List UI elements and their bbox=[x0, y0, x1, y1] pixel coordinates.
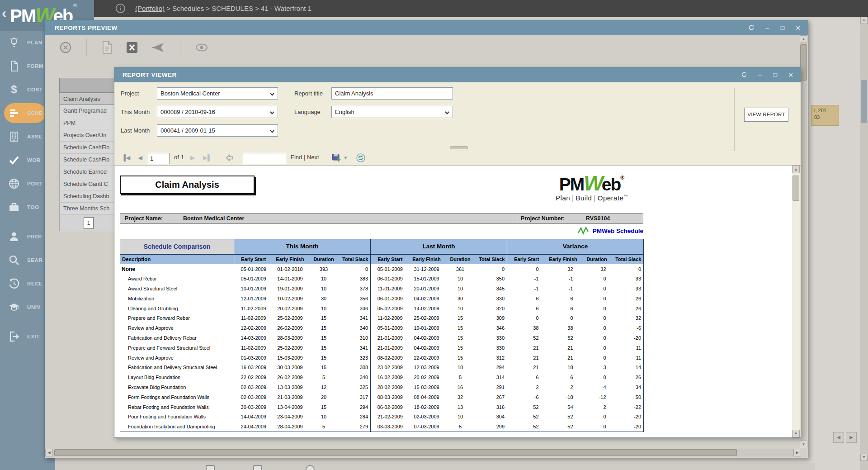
sidebar-item-label: PORT bbox=[27, 181, 42, 186]
send-icon[interactable] bbox=[151, 42, 165, 53]
first-page-icon[interactable]: ▐◀ bbox=[122, 154, 130, 161]
table-cell: 05-01-2009 bbox=[234, 274, 273, 284]
scroll-down-icon[interactable]: ▼ bbox=[800, 441, 807, 448]
eye-icon[interactable] bbox=[195, 43, 208, 52]
sidebar-item-label: EXIT bbox=[27, 334, 40, 339]
table-cell: 14 bbox=[613, 362, 644, 372]
graduation-cap-icon bbox=[8, 301, 20, 313]
minimize-icon[interactable]: – bbox=[764, 24, 771, 32]
table-cell: 0 bbox=[580, 372, 613, 382]
view-report-button[interactable]: VIEW REPORT bbox=[744, 108, 788, 122]
toolbar-divider bbox=[86, 38, 87, 57]
report-list-item[interactable]: Claim Analysis bbox=[59, 93, 114, 105]
export-icon[interactable] bbox=[331, 153, 342, 165]
scrollbar-thumb[interactable] bbox=[54, 449, 737, 456]
report-list-item[interactable]: Schedule CashFlo bbox=[59, 142, 114, 154]
scroll-left-icon[interactable]: ◀ bbox=[45, 449, 53, 456]
report-list-item[interactable]: Three Months Sch bbox=[59, 203, 114, 215]
table-cell: 11-02-2009 bbox=[234, 313, 273, 323]
scroll-right-icon[interactable]: ▶ bbox=[793, 449, 801, 456]
report-list-item[interactable]: PPM bbox=[59, 117, 114, 129]
report-list-pagination: 1 bbox=[59, 215, 114, 231]
grid-prev-icon[interactable]: ◀ bbox=[833, 432, 844, 443]
back-to-parent-icon[interactable] bbox=[226, 154, 234, 163]
last-page-icon[interactable]: ▶▌ bbox=[203, 154, 212, 161]
table-cell: 15 bbox=[444, 313, 477, 323]
scrollbar-thumb[interactable] bbox=[861, 80, 867, 123]
close-icon[interactable]: ✕ bbox=[794, 24, 802, 32]
maximize-icon[interactable]: ❐ bbox=[772, 71, 779, 79]
schedule-bars-icon bbox=[8, 107, 20, 119]
minimize-icon[interactable]: – bbox=[756, 71, 764, 79]
table-cell: 20-02-2009 bbox=[273, 304, 307, 313]
table-cell: 15-01-2009 bbox=[410, 274, 444, 284]
next-page-icon[interactable]: ▶ bbox=[190, 154, 195, 161]
scrollbar-thumb[interactable] bbox=[793, 176, 799, 201]
pmweb-schedule-link[interactable]: PMWeb Schedule bbox=[115, 227, 643, 235]
close-icon[interactable]: ✕ bbox=[787, 71, 794, 79]
breadcrumb-portfolio-link[interactable]: (Portfolio) bbox=[135, 5, 165, 12]
maximize-icon[interactable]: ❐ bbox=[779, 24, 786, 32]
previous-page-icon[interactable]: ◀ bbox=[138, 154, 142, 161]
table-cell: 15 bbox=[307, 402, 340, 412]
table-cell: 21 bbox=[507, 362, 546, 372]
refresh-report-icon[interactable] bbox=[356, 153, 366, 164]
schedule-comparison-table: Schedule ComparisonThis MonthLast MonthV… bbox=[120, 239, 644, 432]
refresh-icon[interactable] bbox=[741, 71, 748, 79]
report-list-item[interactable]: Projects Over/Un bbox=[59, 129, 114, 142]
report-title-input[interactable]: Claim Analysis bbox=[331, 87, 453, 100]
scroll-up-icon[interactable]: ▲ bbox=[800, 35, 807, 43]
export-dropdown-icon[interactable]: ▾ bbox=[344, 154, 347, 161]
table-cell: 30-03-2009 bbox=[273, 362, 307, 372]
report-viewer-titlebar[interactable]: REPORT VIEWER – ❐ ✕ bbox=[114, 67, 801, 82]
scroll-up-icon[interactable]: ▲ bbox=[860, 17, 868, 24]
table-cell: 06-02-2009 bbox=[371, 402, 410, 412]
table-cell: -3 bbox=[580, 362, 613, 372]
report-list-item[interactable]: Schedule CashFlo bbox=[59, 154, 114, 166]
page-vertical-scrollbar[interactable]: ▲ ▼ bbox=[860, 17, 868, 470]
report-vertical-scrollbar[interactable]: ▲ ▼ bbox=[792, 166, 800, 437]
report-list-item[interactable]: Scheduling Dashb bbox=[59, 190, 114, 203]
language-select[interactable]: English bbox=[331, 106, 453, 118]
table-cell: 04-02-2009 bbox=[410, 343, 444, 353]
scroll-up-icon[interactable]: ▲ bbox=[792, 166, 800, 173]
table-cell: 12 bbox=[307, 382, 340, 392]
pdf-icon[interactable] bbox=[101, 41, 113, 54]
refresh-icon[interactable] bbox=[748, 24, 755, 32]
partial-toolbar-icon bbox=[253, 465, 262, 470]
report-list-item[interactable]: Schedule Gantt C bbox=[59, 178, 114, 190]
task-description: Award Rebar bbox=[120, 274, 234, 284]
table-cell: 0 bbox=[580, 333, 613, 343]
scroll-down-icon[interactable]: ▼ bbox=[860, 454, 868, 461]
grid-next-icon[interactable]: ▶ bbox=[846, 432, 857, 443]
scrollbar-thumb[interactable] bbox=[800, 44, 807, 81]
sub-header: Early Finish bbox=[273, 254, 307, 264]
reports-preview-titlebar[interactable]: REPORTS PREVIEW – ❐ ✕ bbox=[45, 20, 808, 35]
info-icon[interactable]: i bbox=[116, 4, 125, 13]
project-name-label: Project Name: bbox=[125, 215, 163, 222]
table-cell: -12 bbox=[580, 392, 613, 402]
splitter-handle[interactable] bbox=[450, 146, 468, 149]
table-corner-header: Schedule Comparison bbox=[120, 239, 234, 254]
table-cell: 10 bbox=[444, 304, 477, 313]
excel-icon[interactable] bbox=[126, 41, 138, 54]
sidebar-item-label: PROF bbox=[27, 234, 42, 239]
table-cell: 20 bbox=[307, 392, 340, 402]
scroll-down-icon[interactable]: ▼ bbox=[792, 430, 800, 437]
window-horizontal-scrollbar[interactable]: ◀ ▶ bbox=[45, 449, 801, 456]
cancel-icon[interactable] bbox=[59, 41, 72, 54]
find-text-input[interactable] bbox=[243, 153, 286, 164]
report-list-item[interactable]: Schedule Earned bbox=[59, 166, 114, 178]
find-link[interactable]: Find bbox=[291, 154, 302, 161]
page-number-input[interactable] bbox=[147, 153, 170, 164]
table-cell: 21 bbox=[546, 343, 580, 353]
report-list-item[interactable]: Gantt Programad bbox=[59, 105, 114, 117]
project-select[interactable]: Boston Medical Center bbox=[157, 87, 278, 100]
chevron-left-icon[interactable]: ‹ bbox=[2, 5, 6, 21]
page-number-box[interactable]: 1 bbox=[84, 217, 94, 229]
sub-header: Total Slack bbox=[477, 254, 507, 264]
table-cell: 23-02-2009 bbox=[371, 362, 410, 372]
last-month-select[interactable]: 000041 / 2009-01-15 bbox=[157, 124, 278, 137]
this-month-select[interactable]: 000089 / 2010-09-16 bbox=[157, 106, 278, 118]
find-next-link[interactable]: Next bbox=[307, 154, 319, 161]
